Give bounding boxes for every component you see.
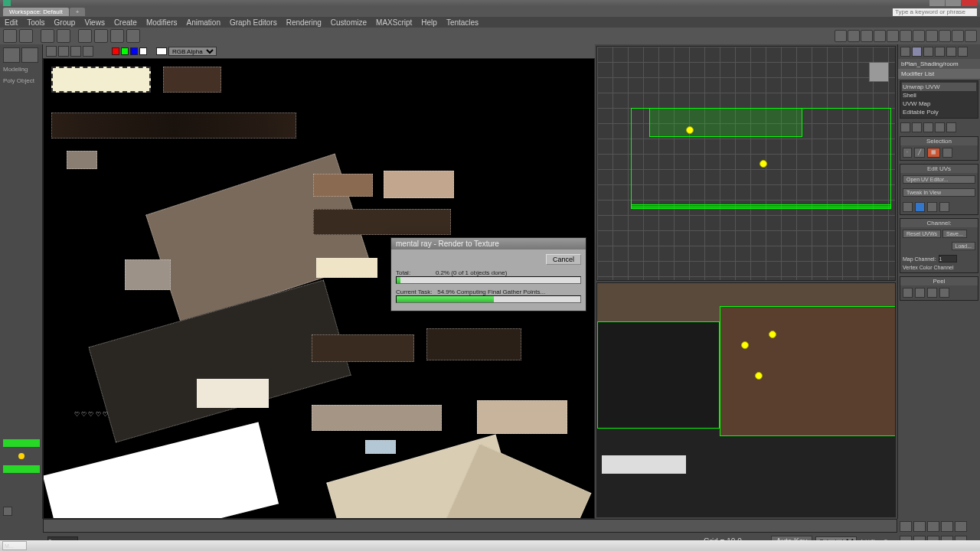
make-unique-button[interactable] <box>923 122 933 132</box>
select-button[interactable] <box>78 29 92 43</box>
render-button[interactable] <box>965 30 977 42</box>
render-frame-button[interactable] <box>952 30 964 42</box>
remove-mod-button[interactable] <box>935 122 945 132</box>
maximize-button[interactable] <box>946 0 961 6</box>
config-button[interactable] <box>946 122 956 132</box>
save-uvws-button[interactable]: Save... <box>942 230 967 238</box>
modifier-list-dropdown[interactable]: Modifier List <box>898 69 980 79</box>
menu-help[interactable]: Help <box>421 18 437 27</box>
clear-button[interactable] <box>83 46 93 57</box>
move-button[interactable] <box>94 29 108 43</box>
object-name-field[interactable]: bPlan_Shading/room <box>898 59 980 69</box>
vertex-subobj-button[interactable]: · <box>903 148 912 158</box>
edge-subobj-button[interactable]: ╱ <box>914 148 925 158</box>
show-result-button[interactable] <box>912 122 922 132</box>
menu-create[interactable]: Create <box>114 18 137 27</box>
render-setup-button[interactable] <box>939 30 951 42</box>
open-uv-editor-button[interactable]: Open UV Editor... <box>903 175 975 184</box>
modifier-item[interactable]: Unwrap UVW <box>902 83 976 91</box>
next-frame-button[interactable] <box>941 521 953 532</box>
channel-red-icon[interactable] <box>112 47 119 55</box>
save-image-button[interactable] <box>46 46 57 57</box>
channel-green-icon[interactable] <box>121 47 129 55</box>
selection-rollout-title[interactable]: Selection <box>900 137 978 145</box>
load-uvws-button[interactable]: Load... <box>952 242 975 250</box>
minimize-button[interactable] <box>929 0 945 6</box>
modifier-stack[interactable]: Unwrap UVW Shell UVW Map Editable Poly <box>900 80 978 119</box>
workspace-add-tab[interactable]: + <box>70 8 86 16</box>
viewcube-icon[interactable] <box>869 62 889 82</box>
reset-uvws-button[interactable]: Reset UVWs <box>903 230 941 238</box>
expand-ribbon-button[interactable] <box>3 507 12 516</box>
rotate-button[interactable] <box>110 29 124 43</box>
menu-tools[interactable]: Tools <box>27 18 44 27</box>
help-search-input[interactable] <box>893 8 977 16</box>
percent-snap-button[interactable] <box>861 30 873 42</box>
menu-modifiers[interactable]: Modifiers <box>146 18 178 27</box>
redo-button[interactable] <box>19 29 33 43</box>
menu-animation[interactable]: Animation <box>186 18 220 27</box>
create-tab-icon[interactable] <box>900 47 910 57</box>
face-subobj-button[interactable]: ▦ <box>927 148 940 158</box>
select-by-element-button[interactable] <box>942 148 952 158</box>
align-button[interactable] <box>887 30 899 42</box>
ribbon-tool-1[interactable] <box>3 47 20 63</box>
tweak-tool-3[interactable] <box>927 202 937 212</box>
channel-blue-icon[interactable] <box>130 47 138 55</box>
goto-end-button[interactable] <box>955 521 967 532</box>
menu-edit[interactable]: Edit <box>5 18 18 27</box>
channel-select[interactable]: RGB Alpha <box>168 47 217 56</box>
menu-graph-editors[interactable]: Graph Editors <box>230 18 277 27</box>
workspace-tab[interactable]: Workspace: Default <box>3 8 69 16</box>
menu-tentacles[interactable]: Tentacles <box>446 18 479 27</box>
display-tab-icon[interactable] <box>946 47 956 57</box>
curve-editor-button[interactable] <box>913 30 925 42</box>
viewport-perspective[interactable] <box>596 282 896 517</box>
hierarchy-tab-icon[interactable] <box>923 47 933 57</box>
angle-snap-button[interactable] <box>848 30 860 42</box>
tweak-tool-4[interactable] <box>939 202 949 212</box>
menu-customize[interactable]: Customize <box>331 18 367 27</box>
print-button[interactable] <box>70 46 81 57</box>
channel-title[interactable]: Channel: <box>900 219 978 227</box>
peel-tool-2[interactable] <box>915 288 925 298</box>
play-button[interactable] <box>927 521 939 532</box>
utilities-tab-icon[interactable] <box>958 47 968 57</box>
menu-maxscript[interactable]: MAXScript <box>376 18 412 27</box>
snap-button[interactable] <box>835 30 847 42</box>
time-slider[interactable] <box>43 519 897 533</box>
peel-tool-4[interactable] <box>939 288 949 298</box>
tweak-tool-1[interactable] <box>903 202 913 212</box>
motion-tab-icon[interactable] <box>935 47 945 57</box>
peel-tool-1[interactable] <box>903 288 913 298</box>
goto-start-button[interactable] <box>900 521 912 532</box>
taskbar-item[interactable]: M... <box>2 541 27 550</box>
clone-window-button[interactable] <box>58 46 69 57</box>
pin-stack-button[interactable] <box>900 122 910 132</box>
channel-mono-icon[interactable] <box>139 47 147 55</box>
modifier-item[interactable]: UVW Map <box>902 99 976 108</box>
viewport-front[interactable] <box>596 46 896 281</box>
background-color-swatch[interactable] <box>156 47 167 55</box>
tweak-tool-2[interactable] <box>915 202 925 212</box>
link-button[interactable] <box>41 29 54 43</box>
menu-rendering[interactable]: Rendering <box>286 18 322 27</box>
modify-tab-icon[interactable] <box>912 47 922 57</box>
menu-group[interactable]: Group <box>54 18 76 27</box>
material-editor-button[interactable] <box>926 30 938 42</box>
close-button[interactable] <box>962 0 977 6</box>
layers-button[interactable] <box>900 30 912 42</box>
cancel-button[interactable]: Cancel <box>546 254 581 265</box>
menu-views[interactable]: Views <box>84 18 105 27</box>
unlink-button[interactable] <box>57 29 70 43</box>
peel-tool-3[interactable] <box>927 288 937 298</box>
modifier-item[interactable]: Shell <box>902 91 976 99</box>
undo-button[interactable] <box>3 29 17 43</box>
edit-uv-title[interactable]: Edit UVs <box>900 165 978 173</box>
ribbon-tool-2[interactable] <box>21 47 38 63</box>
vertex-color-radio[interactable]: Vertex Color Channel <box>903 265 975 270</box>
mirror-button[interactable] <box>874 30 886 42</box>
modifier-item[interactable]: Editable Poly <box>902 108 976 116</box>
peel-title[interactable]: Peel <box>900 277 978 285</box>
map-channel-spinner[interactable] <box>939 255 957 262</box>
